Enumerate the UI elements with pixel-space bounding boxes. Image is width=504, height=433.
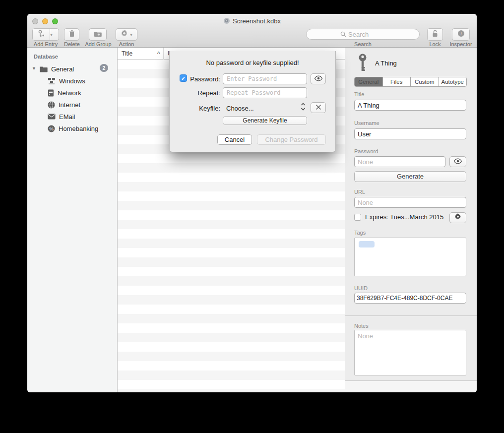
- tab-general[interactable]: General: [355, 77, 383, 86]
- gear-icon: [454, 213, 461, 222]
- server-icon: [48, 89, 54, 97]
- action-button[interactable]: ▾: [116, 28, 137, 41]
- column-header-title[interactable]: Title ^: [118, 48, 164, 60]
- windows-group-icon: [48, 77, 56, 84]
- sidebar-item-label: EMail: [59, 113, 75, 121]
- change-password-dialog: No password or keyfile supplied! ✓ Passw…: [169, 51, 336, 152]
- delete-label: Delete: [62, 41, 82, 47]
- repeat-label: Repeat:: [171, 89, 220, 97]
- sidebar-item-network[interactable]: Network: [48, 87, 81, 98]
- info-icon: i: [457, 30, 465, 39]
- search-label: Search: [306, 41, 420, 47]
- eye-icon: [314, 74, 323, 83]
- globe-icon: [48, 101, 55, 109]
- sidebar-item-windows[interactable]: Windows: [48, 75, 85, 86]
- chevron-down-icon: ▾: [130, 32, 132, 37]
- username-label: Username: [354, 120, 379, 126]
- sidebar-item-label: Internet: [59, 101, 80, 109]
- inspector-panel: A Thing General Files Custom Autotype Ti…: [345, 48, 477, 392]
- inspector-footer: [345, 380, 477, 392]
- tags-box[interactable]: [354, 238, 466, 276]
- unlock-icon: [432, 30, 439, 40]
- search-input[interactable]: [348, 31, 413, 38]
- url-label: URL: [354, 189, 365, 195]
- expires-settings-button[interactable]: [449, 212, 466, 223]
- sidebar-item-internet[interactable]: Internet: [48, 99, 80, 110]
- svg-text:%: %: [49, 125, 54, 131]
- key-plus-icon: [33, 30, 50, 40]
- show-password-button[interactable]: [449, 156, 466, 167]
- generate-password-button[interactable]: Generate: [354, 171, 466, 182]
- gear-icon: [121, 30, 128, 39]
- username-field[interactable]: [354, 128, 466, 139]
- password-label: Password: [354, 148, 378, 154]
- notes-label: Notes: [354, 323, 369, 329]
- sort-ascending-icon: ^: [157, 51, 160, 57]
- add-group-label: Add Group: [83, 41, 114, 47]
- add-entry-label: Add Entry: [29, 41, 62, 47]
- window-header: Screenshot.kdbx ▾ Add Entry Delete: [27, 14, 477, 48]
- add-group-button[interactable]: [89, 28, 107, 41]
- inspector-button[interactable]: i: [452, 28, 470, 41]
- trash-icon: [68, 30, 75, 39]
- tag-token[interactable]: [359, 241, 375, 247]
- sidebar-section-header: Database: [34, 54, 58, 60]
- sidebar-item-email[interactable]: EMail: [48, 111, 75, 122]
- password-field[interactable]: [354, 156, 445, 167]
- clear-keyfile-button[interactable]: [311, 102, 326, 113]
- folder-plus-icon: [94, 30, 102, 39]
- envelope-icon: [48, 114, 56, 120]
- inspector-label: Inspector: [446, 41, 475, 47]
- chevron-down-icon[interactable]: ▾: [50, 32, 59, 37]
- lock-button[interactable]: [427, 28, 443, 41]
- expires-text: Expires: Tues...March 2015: [365, 213, 443, 221]
- change-password-button[interactable]: Change Password: [257, 134, 326, 145]
- keyfile-label: Keyfile:: [171, 105, 220, 112]
- dialog-message: No password or keyfile supplied!: [170, 59, 335, 66]
- percent-icon: %: [48, 125, 55, 132]
- inspector-tabs: General Files Custom Autotype: [354, 77, 467, 87]
- eye-icon: [453, 157, 462, 166]
- tab-custom[interactable]: Custom: [411, 77, 439, 86]
- tab-files[interactable]: Files: [383, 77, 411, 86]
- keyfile-popup[interactable]: Choose...: [226, 105, 254, 112]
- tags-label: Tags: [354, 230, 366, 236]
- add-entry-button[interactable]: ▾: [32, 28, 59, 41]
- entry-title: A Thing: [375, 60, 397, 67]
- uuid-label: UUID: [354, 285, 368, 291]
- delete-button[interactable]: [64, 28, 79, 41]
- sidebar-item-label: Homebanking: [59, 125, 98, 132]
- password-input[interactable]: [223, 73, 307, 84]
- key-icon: [357, 54, 368, 74]
- generate-keyfile-button[interactable]: Generate Keyfile: [223, 116, 307, 125]
- expires-checkbox[interactable]: [354, 214, 361, 221]
- sidebar-item-label: Network: [58, 89, 81, 97]
- close-x-icon: [315, 103, 321, 112]
- url-field[interactable]: [354, 197, 466, 208]
- notes-field[interactable]: [354, 330, 466, 375]
- document-proxy-icon: [223, 17, 230, 26]
- lock-label: Lock: [426, 41, 444, 47]
- stepper-icon[interactable]: [301, 102, 306, 113]
- group-count-badge: 2: [100, 64, 108, 72]
- sidebar-item-homebanking[interactable]: % Homebanking: [48, 123, 98, 134]
- cancel-button[interactable]: Cancel: [217, 134, 252, 145]
- title-field[interactable]: [354, 100, 466, 111]
- folder-icon: [40, 66, 48, 72]
- sidebar-item-label: Windows: [59, 77, 85, 85]
- sidebar-item-label: General: [51, 65, 74, 73]
- search-field[interactable]: [306, 29, 420, 40]
- window-title: Screenshot.kdbx: [27, 17, 477, 26]
- action-label: Action: [116, 41, 137, 47]
- title-label: Title: [354, 91, 364, 97]
- sidebar: Database ▼ General 2 Windows Network: [27, 48, 118, 392]
- show-password-button[interactable]: [311, 73, 326, 84]
- repeat-input[interactable]: [223, 87, 307, 98]
- search-icon: [340, 31, 346, 37]
- app-window: Screenshot.kdbx ▾ Add Entry Delete: [27, 14, 477, 392]
- sidebar-item-general[interactable]: General: [40, 63, 74, 74]
- tab-autotype[interactable]: Autotype: [439, 77, 467, 86]
- disclosure-triangle-icon[interactable]: ▼: [32, 66, 36, 71]
- divider: [345, 315, 477, 316]
- uuid-field[interactable]: [354, 293, 466, 304]
